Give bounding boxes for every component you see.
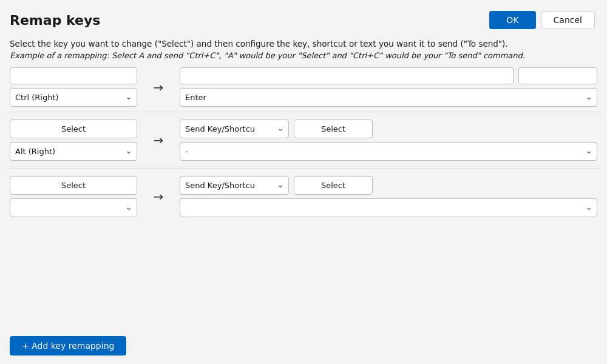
row-2-right: Send Key/Shortcu Send Text Select: [180, 176, 597, 217]
row-1-left: Select Alt (Right): [10, 120, 137, 161]
row-0-right-bottom: Enter: [180, 88, 597, 107]
cancel-button[interactable]: Cancel: [541, 11, 595, 29]
add-remapping-button[interactable]: + Add key remapping: [10, 336, 126, 356]
row-1-sendkey-dropdown[interactable]: -: [180, 142, 597, 161]
row-2-left-dropdown[interactable]: [10, 198, 137, 217]
row-1-right: Send Key/Shortcu Send Text Select -: [180, 120, 597, 161]
description-text: Select the key you want to change ("Sele…: [0, 35, 607, 50]
row-0-sendkey-wrapper: Enter: [180, 88, 597, 107]
header-buttons: OK Cancel: [489, 11, 595, 29]
row-1-right-bottom: -: [180, 142, 597, 161]
remap-keys-dialog: Remap keys OK Cancel Select the key you …: [0, 0, 607, 364]
row-2-sendkey-dropdown[interactable]: [180, 198, 597, 217]
dialog-footer: + Add key remapping: [0, 328, 607, 364]
row-1-left-dropdown[interactable]: Alt (Right): [10, 142, 137, 161]
row-1-right-top: Send Key/Shortcu Send Text Select: [180, 120, 597, 138]
remap-row-1: Select Alt (Right) → Send Key/Shortcu Se…: [6, 112, 601, 169]
row-0-left-dropdown[interactable]: Ctrl (Right): [10, 88, 137, 107]
row-2-left-dropdown-wrapper: [10, 198, 137, 217]
row-2-sendtype-wrapper: Send Key/Shortcu Send Text: [180, 176, 289, 195]
row-1-sendtype-dropdown[interactable]: Send Key/Shortcu Send Text: [180, 120, 289, 138]
row-1-arrow: →: [137, 133, 180, 147]
row-1-select-button[interactable]: Select: [10, 120, 137, 138]
row-2-left: Select: [10, 176, 137, 217]
dialog-title: Remap keys: [10, 13, 100, 28]
row-2-sendtype-dropdown[interactable]: Send Key/Shortcu Send Text: [180, 176, 289, 195]
ok-button[interactable]: OK: [489, 11, 535, 29]
row-1-sendkey-wrapper: -: [180, 142, 597, 161]
row-2-select-button[interactable]: Select: [10, 176, 137, 195]
row-0-right: Enter: [180, 67, 597, 107]
remap-row-2: Select → Send Key/Shortcu Send Text: [6, 169, 601, 224]
row-0-left-dropdown-wrapper: Ctrl (Right): [10, 88, 137, 107]
dialog-header: Remap keys OK Cancel: [0, 0, 607, 35]
remap-row-0: Ctrl (Right) → Enter: [6, 65, 601, 112]
row-0-right-top: [180, 67, 597, 84]
row-0-arrow: →: [137, 80, 180, 95]
row-2-right-select-button[interactable]: Select: [294, 176, 373, 195]
row-1-right-select-button[interactable]: Select: [294, 120, 373, 138]
row-1-left-dropdown-wrapper: Alt (Right): [10, 142, 137, 161]
row-1-sendtype-wrapper: Send Key/Shortcu Send Text: [180, 120, 289, 138]
row-0-sendkey-dropdown[interactable]: Enter: [180, 88, 597, 107]
row-2-sendkey-wrapper: [180, 198, 597, 217]
content-area: Ctrl (Right) → Enter: [0, 65, 607, 328]
row-2-right-bottom: [180, 198, 597, 217]
row-2-arrow: →: [137, 189, 180, 204]
example-text: Example of a remapping: Select A and sen…: [0, 50, 607, 65]
row-2-right-top: Send Key/Shortcu Send Text Select: [180, 176, 597, 195]
row-0-left: Ctrl (Right): [10, 67, 137, 107]
